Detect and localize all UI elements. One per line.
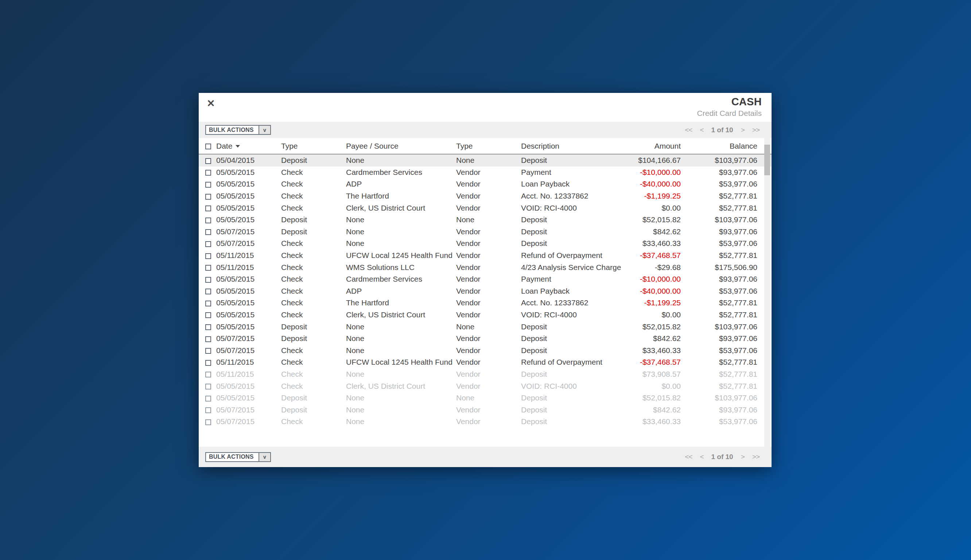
- column-header-entity-type[interactable]: Type: [456, 142, 521, 150]
- cell-description: Acct. No. 12337862: [521, 298, 614, 307]
- prev-page-button[interactable]: <: [700, 126, 704, 134]
- table-row[interactable]: 05/05/2015 Check Clerk, US District Cour…: [199, 380, 772, 392]
- select-all-checkbox[interactable]: [205, 143, 211, 149]
- row-checkbox[interactable]: [205, 312, 211, 318]
- row-checkbox[interactable]: [205, 407, 211, 413]
- table-row[interactable]: 05/05/2015 Deposit None None Deposit $52…: [199, 392, 772, 404]
- cell-entity-type: None: [456, 322, 521, 331]
- row-checkbox[interactable]: [205, 218, 211, 223]
- last-page-button[interactable]: >>: [752, 453, 759, 461]
- table-row[interactable]: 05/05/2015 Check Clerk, US District Cour…: [199, 309, 772, 321]
- last-page-button[interactable]: >>: [752, 126, 759, 134]
- cell-balance: $52,777.81: [681, 204, 757, 212]
- row-checkbox[interactable]: [205, 301, 211, 307]
- cell-description: Deposit: [521, 227, 614, 236]
- cell-payee-source: None: [346, 334, 456, 343]
- cell-date: 05/07/2015: [216, 346, 281, 355]
- cell-payee-source: UFCW Local 1245 Health Fund: [346, 251, 456, 260]
- next-page-button[interactable]: >: [741, 453, 745, 461]
- cell-type: Check: [281, 310, 346, 319]
- row-checkbox-cell: [205, 192, 216, 200]
- table-row[interactable]: 05/05/2015 Check ADP Vendor Loan Payback…: [199, 178, 772, 190]
- table-row[interactable]: 05/05/2015 Check ADP Vendor Loan Payback…: [199, 285, 772, 297]
- cell-type: Deposit: [281, 215, 346, 224]
- row-checkbox[interactable]: [205, 241, 211, 247]
- cell-type: Check: [281, 192, 346, 200]
- row-checkbox-cell: [205, 168, 216, 177]
- cell-date: 05/05/2015: [216, 192, 281, 200]
- cell-balance: $175,506.90: [681, 263, 757, 272]
- row-checkbox[interactable]: [205, 170, 211, 176]
- cell-payee-source: Cardmember Services: [346, 168, 456, 177]
- next-page-button[interactable]: >: [741, 126, 745, 134]
- table-row[interactable]: 05/05/2015 Check Clerk, US District Cour…: [199, 202, 772, 214]
- table-row[interactable]: 05/11/2015 Check WMS Solutions LLC Vendo…: [199, 261, 772, 273]
- table-row[interactable]: 05/05/2015 Check The Hartford Vendor Acc…: [199, 297, 772, 309]
- column-header-payee-source[interactable]: Payee / Source: [346, 142, 456, 150]
- table-row[interactable]: 05/07/2015 Deposit None Vendor Deposit $…: [199, 333, 772, 345]
- row-checkbox[interactable]: [205, 253, 211, 259]
- row-checkbox[interactable]: [205, 419, 211, 425]
- prev-page-button[interactable]: <: [700, 453, 704, 461]
- table-row[interactable]: 05/05/2015 Check The Hartford Vendor Acc…: [199, 190, 772, 202]
- dialog-subtitle: Credit Card Details: [697, 109, 762, 118]
- cell-description: Refund of Overpayment: [521, 251, 614, 260]
- row-checkbox[interactable]: [205, 360, 211, 366]
- row-checkbox[interactable]: [205, 229, 211, 235]
- table-row[interactable]: 05/07/2015 Deposit None Vendor Deposit $…: [199, 404, 772, 416]
- close-icon[interactable]: ✕: [207, 99, 215, 108]
- cell-type: Deposit: [281, 334, 346, 343]
- table-row[interactable]: 05/07/2015 Deposit None Vendor Deposit $…: [199, 226, 772, 238]
- cell-payee-source: Cardmember Services: [346, 275, 456, 283]
- bulk-actions-label: BULK ACTIONS: [206, 126, 259, 134]
- bulk-actions-select[interactable]: BULK ACTIONS v: [205, 125, 271, 135]
- row-checkbox[interactable]: [205, 372, 211, 377]
- scrollbar-thumb[interactable]: [764, 145, 770, 175]
- row-checkbox[interactable]: [205, 324, 211, 330]
- cell-date: 05/07/2015: [216, 239, 281, 248]
- row-checkbox[interactable]: [205, 182, 211, 188]
- vertical-scrollbar[interactable]: [764, 138, 770, 447]
- table-row[interactable]: 05/05/2015 Deposit None None Deposit $52…: [199, 321, 772, 333]
- cell-payee-source: The Hartford: [346, 298, 456, 307]
- cell-date: 05/05/2015: [216, 180, 281, 188]
- row-checkbox[interactable]: [205, 336, 211, 342]
- first-page-button[interactable]: <<: [685, 453, 692, 461]
- column-header-type[interactable]: Type: [281, 142, 346, 150]
- cell-type: Check: [281, 168, 346, 177]
- bulk-actions-select-bottom[interactable]: BULK ACTIONS v: [205, 452, 271, 462]
- table-row[interactable]: 05/11/2015 Check None Vendor Deposit $73…: [199, 368, 772, 380]
- row-checkbox[interactable]: [205, 265, 211, 271]
- row-checkbox[interactable]: [205, 277, 211, 283]
- cell-balance: $52,777.81: [681, 358, 757, 367]
- cell-description: Acct. No. 12337862: [521, 192, 614, 200]
- row-checkbox[interactable]: [205, 205, 211, 211]
- row-checkbox[interactable]: [205, 194, 211, 200]
- cell-entity-type: Vendor: [456, 287, 521, 295]
- table-row[interactable]: 05/05/2015 Check Cardmember Services Ven…: [199, 167, 772, 178]
- table-row[interactable]: 05/11/2015 Check UFCW Local 1245 Health …: [199, 356, 772, 368]
- row-checkbox[interactable]: [205, 384, 211, 390]
- column-header-date[interactable]: Date: [216, 142, 281, 150]
- cell-type: Deposit: [281, 156, 346, 165]
- row-checkbox[interactable]: [205, 348, 211, 354]
- cell-payee-source: None: [346, 156, 456, 165]
- row-checkbox[interactable]: [205, 158, 211, 164]
- cell-description: Refund of Overpayment: [521, 358, 614, 367]
- first-page-button[interactable]: <<: [685, 126, 692, 134]
- table-row[interactable]: 05/07/2015 Check None Vendor Deposit $33…: [199, 238, 772, 250]
- cell-payee-source: None: [346, 405, 456, 414]
- table-row[interactable]: 05/05/2015 Deposit None None Deposit $52…: [199, 214, 772, 226]
- table-row[interactable]: 05/07/2015 Check None Vendor Deposit $33…: [199, 416, 772, 428]
- column-header-description[interactable]: Description: [521, 142, 614, 150]
- table-row[interactable]: 05/11/2015 Check UFCW Local 1245 Health …: [199, 250, 772, 262]
- table-row[interactable]: 05/05/2015 Check Cardmember Services Ven…: [199, 273, 772, 285]
- row-checkbox[interactable]: [205, 288, 211, 294]
- table-row[interactable]: 05/04/2015 Deposit None None Deposit $10…: [199, 155, 772, 167]
- column-header-balance[interactable]: Balance: [681, 142, 757, 150]
- cell-amount: $52,015.82: [614, 322, 681, 331]
- row-checkbox[interactable]: [205, 396, 211, 402]
- cell-amount: -$40,000.00: [614, 180, 681, 188]
- column-header-amount[interactable]: Amount: [614, 142, 681, 150]
- table-row[interactable]: 05/07/2015 Check None Vendor Deposit $33…: [199, 345, 772, 357]
